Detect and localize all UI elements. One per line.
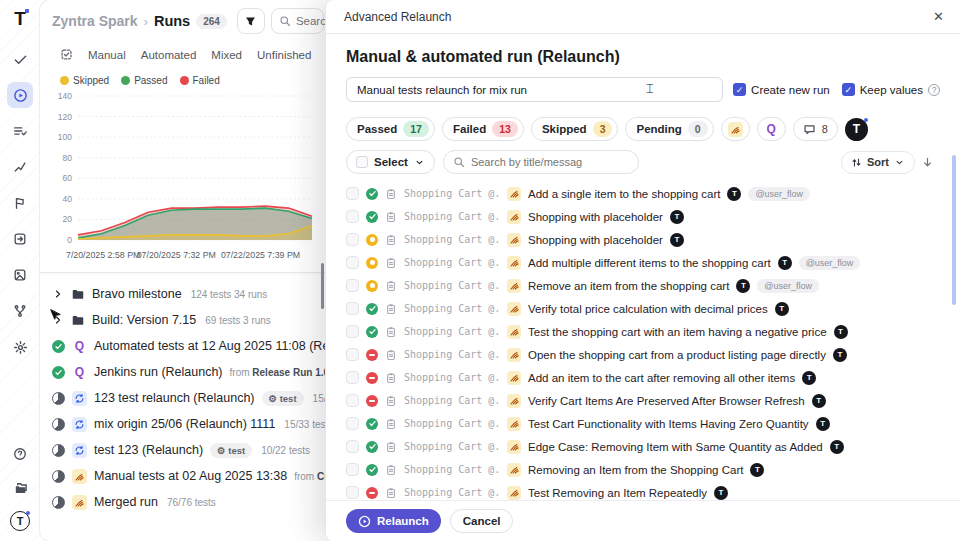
app-logo[interactable]: T — [14, 8, 26, 30]
test-row[interactable]: Shopping Cart @...Open the shopping cart… — [346, 343, 940, 366]
test-row[interactable]: Shopping Cart @...Verify Cart Items Are … — [346, 389, 940, 412]
select-dropdown[interactable]: Select — [346, 150, 435, 174]
rail-item-export-box-icon[interactable] — [7, 226, 33, 252]
test-tag: @user_flow — [757, 279, 819, 293]
tab-mixed[interactable]: Mixed — [211, 49, 242, 61]
filter-chip-skipped[interactable]: Skipped3 — [531, 117, 619, 141]
row-checkbox[interactable] — [346, 187, 359, 200]
tab-manual[interactable]: Manual — [88, 49, 126, 61]
tab-unfinished[interactable]: Unfinished — [257, 49, 311, 61]
status-passed-icon — [52, 366, 65, 379]
filter-chip-passed[interactable]: Passed17 — [346, 117, 435, 141]
test-row[interactable]: Shopping Cart @...Add a single item to t… — [346, 182, 940, 205]
test-case-ref: Shopping Cart @... — [404, 441, 500, 452]
rail-item-help-icon[interactable] — [7, 441, 33, 467]
left-panel-scrollbar[interactable] — [321, 263, 324, 309]
filter-button[interactable] — [237, 8, 265, 34]
assignee-avatar[interactable]: T — [845, 118, 868, 141]
cancel-button[interactable]: Cancel — [450, 509, 514, 533]
run-row[interactable]: QJenkins run (Relaunch)from Release Run … — [52, 359, 326, 385]
test-row[interactable]: Shopping Cart @...Shopping with placehol… — [346, 228, 940, 251]
filter-chip-manual[interactable] — [721, 117, 750, 141]
test-row[interactable]: Shopping Cart @...Add multiple different… — [346, 251, 940, 274]
test-title: Verify total price calculation with deci… — [528, 303, 768, 315]
chevron-right-icon[interactable] — [52, 288, 64, 300]
row-checkbox[interactable] — [346, 348, 359, 361]
run-row[interactable]: Manual tests at 02 Aug 2025 13:38from Cu… — [52, 463, 326, 489]
filter-chip-comments[interactable]: 8 — [793, 117, 838, 141]
modal-scrollbar[interactable] — [952, 155, 956, 305]
tests-search[interactable] — [443, 150, 639, 174]
option-label: Create new run — [751, 84, 830, 96]
rail-item-image-box-icon[interactable] — [7, 262, 33, 288]
row-checkbox[interactable] — [346, 210, 359, 223]
test-row[interactable]: Shopping Cart @...Test the shopping cart… — [346, 320, 940, 343]
test-row[interactable]: Shopping Cart @...Add an item to the car… — [346, 366, 940, 389]
row-checkbox[interactable] — [346, 394, 359, 407]
status-passed-icon — [366, 326, 378, 338]
chevron-down-icon — [414, 157, 425, 168]
run-group-row[interactable]: Bravo milestone124 tests 34 runs — [52, 281, 326, 307]
option-label: Keep values — [860, 84, 923, 96]
row-checkbox[interactable] — [346, 279, 359, 292]
help-icon[interactable]: ? — [928, 84, 940, 96]
run-row[interactable]: Merged run76/76 tests — [52, 489, 326, 515]
rail-item-run-play-icon[interactable] — [7, 82, 33, 108]
select-all-icon[interactable] — [60, 48, 73, 61]
test-row[interactable]: Shopping Cart @...Shopping with placehol… — [346, 205, 940, 228]
test-row[interactable]: Shopping Cart @...Removing an Item from … — [346, 458, 940, 481]
row-checkbox[interactable] — [346, 233, 359, 246]
run-meta: 69 tests 3 runs — [205, 315, 271, 326]
filter-chip-pending[interactable]: Pending0 — [625, 117, 713, 141]
test-row[interactable]: Shopping Cart @...Remove an item from th… — [346, 274, 940, 297]
row-checkbox[interactable] — [346, 302, 359, 315]
option-keep-values[interactable]: ✓Keep values? — [842, 83, 940, 96]
row-checkbox[interactable] — [346, 440, 359, 453]
rail-item-flag-icon[interactable] — [7, 190, 33, 216]
row-checkbox[interactable] — [346, 371, 359, 384]
chip-count: 17 — [403, 121, 429, 137]
row-checkbox[interactable] — [346, 486, 359, 499]
filter-chip-automated[interactable]: Q — [757, 117, 786, 141]
option-create-new-run[interactable]: ✓Create new run — [733, 83, 830, 96]
status-skipped-icon — [366, 280, 378, 292]
tests-search-input[interactable] — [471, 156, 621, 168]
test-tag: @user_flow — [748, 187, 810, 201]
rail-item-check-icon[interactable] — [7, 46, 33, 72]
app-rail: T T — [0, 0, 40, 541]
checkbox-checked[interactable]: ✓ — [842, 83, 855, 96]
row-checkbox[interactable] — [346, 417, 359, 430]
row-checkbox[interactable] — [346, 256, 359, 269]
tab-automated[interactable]: Automated — [141, 49, 197, 61]
user-avatar[interactable]: T — [10, 511, 30, 531]
test-row[interactable]: Shopping Cart @...Test Cart Functionalit… — [346, 412, 940, 435]
close-icon[interactable]: ✕ — [933, 9, 944, 24]
run-row[interactable]: mix origin 25/06 (Relaunch) 111115/33 te… — [52, 411, 326, 437]
arrow-down-button[interactable] — [921, 156, 934, 169]
run-group-row[interactable]: Build: Version 7.1569 tests 3 runs — [52, 307, 326, 333]
rail-item-gear-icon[interactable] — [7, 334, 33, 360]
rail-item-checklist-icon[interactable] — [7, 118, 33, 144]
rail-item-activity-icon[interactable] — [7, 154, 33, 180]
select-checkbox[interactable] — [356, 156, 368, 168]
checkbox-checked[interactable]: ✓ — [733, 83, 746, 96]
status-passed-icon — [366, 188, 378, 200]
sort-dropdown[interactable]: Sort — [841, 151, 915, 174]
rail-item-branch-icon[interactable] — [7, 298, 33, 324]
run-title-input[interactable] — [346, 77, 723, 102]
rail-item-folders-icon[interactable] — [7, 475, 33, 501]
row-checkbox[interactable] — [346, 463, 359, 476]
breadcrumb-project[interactable]: Zyntra Spark — [52, 13, 138, 29]
manual-test-icon — [507, 394, 521, 408]
test-title: Add an item to the cart after removing a… — [528, 372, 795, 384]
test-row[interactable]: Shopping Cart @...Edge Case: Removing It… — [346, 435, 940, 458]
run-row[interactable]: QAutomated tests at 12 Aug 2025 11:08 (R… — [52, 333, 326, 359]
relaunch-button[interactable]: Relaunch — [346, 509, 441, 533]
row-checkbox[interactable] — [346, 325, 359, 338]
test-row[interactable]: Shopping Cart @...Verify total price cal… — [346, 297, 940, 320]
runs-search[interactable]: ✕ — [271, 8, 324, 34]
runs-count-badge: 264 — [196, 14, 227, 29]
filter-chip-failed[interactable]: Failed13 — [442, 117, 524, 141]
run-row[interactable]: test 123 (Relaunch)⚙ test10/22 tests — [52, 437, 326, 463]
run-row[interactable]: 123 test relaunch (Relaunch)⚙ test15/23 … — [52, 385, 326, 411]
